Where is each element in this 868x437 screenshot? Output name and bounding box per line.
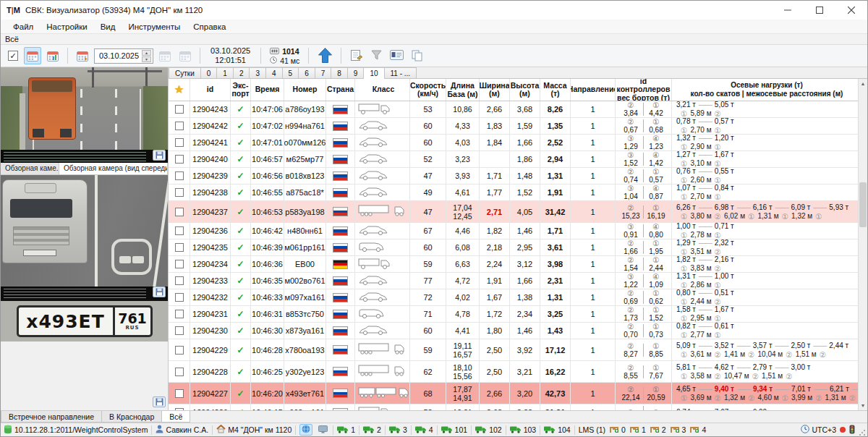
filter-button[interactable] [367, 47, 385, 64]
lms-status[interactable]: LMS (1) [579, 425, 605, 434]
gantry-counter[interactable]: 3 [670, 425, 686, 435]
menu-item-Настройки[interactable]: Настройки [40, 21, 93, 33]
today-button[interactable] [176, 47, 194, 64]
row-checkbox[interactable] [175, 310, 184, 318]
direction-tab[interactable]: В Краснодар [101, 411, 162, 423]
row-checkbox[interactable] [175, 276, 184, 285]
table-row[interactable]: 12904242 ✓ 10:47:02 н994на761 60 4,33 1,… [169, 118, 858, 135]
row-checkbox[interactable] [175, 243, 184, 252]
direction-tab[interactable]: Встречное направление [1, 411, 102, 423]
lane-truck-counter[interactable]: 2 [363, 425, 381, 435]
table-row[interactable]: 12904237 ✓ 10:46:53 р583уа198 47 17,0412… [169, 201, 858, 223]
menu-item-Файл[interactable]: Файл [7, 21, 40, 33]
save-image-button[interactable] [153, 150, 166, 161]
monitor-button[interactable] [316, 424, 329, 436]
lane-truck-counter[interactable]: 102 [475, 425, 502, 435]
column-header[interactable]: Ширина (м) [480, 79, 510, 101]
column-header[interactable]: Высота (м) [510, 79, 540, 101]
globe-user-button[interactable] [299, 424, 312, 436]
gantry-counter[interactable]: 0 [609, 425, 626, 435]
day-tab-10[interactable]: 10 [363, 67, 384, 79]
save-image-button[interactable] [153, 287, 166, 297]
server-address[interactable]: 10.112.28.1:2011/WeightControlSystem [4, 425, 148, 436]
table-row[interactable]: 12904239 ✓ 10:46:56 в018хв123 47 3,93 1,… [169, 168, 858, 184]
row-checkbox[interactable] [175, 138, 184, 147]
column-header[interactable]: Масса (т) [540, 79, 571, 101]
lane-truck-counter[interactable]: 1 [337, 425, 355, 435]
row-checkbox[interactable] [175, 105, 184, 114]
column-header[interactable]: Экс- порт [231, 79, 251, 101]
table-row[interactable]: 12904226 ✓ 10:46:15 у663сн161 58 10,31 2… [169, 404, 858, 410]
close-button[interactable] [835, 1, 867, 20]
upload-button[interactable] [315, 46, 335, 66]
day-tab-9[interactable]: 9 [347, 67, 365, 78]
table-row[interactable]: 12904235 ✓ 10:46:39 м061рр161 60 6,08 2,… [169, 239, 858, 256]
column-header[interactable]: Номер [284, 79, 326, 101]
row-checkbox[interactable] [175, 293, 184, 302]
table-row[interactable]: 12904238 ✓ 10:46:55 а875ас18* 49 4,61 1,… [169, 184, 858, 201]
date-spinner[interactable]: ▲▼ [142, 50, 151, 62]
row-checkbox[interactable] [175, 188, 184, 197]
gantry-counter[interactable]: 4 [689, 425, 706, 435]
report-button[interactable] [347, 47, 365, 64]
table-row[interactable]: 12904231 ✓ 10:46:31 в853тс750 71 4,78 1,… [169, 306, 858, 323]
column-header[interactable]: Класс [355, 79, 410, 101]
table-row[interactable]: 12904240 ✓ 10:46:57 м625мр77 52 3,23 1,8… [169, 151, 858, 168]
maximize-button[interactable] [804, 1, 835, 20]
day-tab-5[interactable]: 5 [282, 67, 299, 78]
row-checkbox[interactable] [175, 155, 184, 164]
day-tab-1[interactable]: 1 [216, 67, 234, 78]
day-tab-4[interactable]: 4 [265, 67, 283, 78]
column-header[interactable]: Осевые нагрузки (т) кол-во скатов | межо… [672, 79, 858, 101]
menu-item-Справка[interactable]: Справка [187, 21, 232, 33]
table-row[interactable]: 12904227 ✓ 10:46:20 х493ет761 68 17,8714… [169, 383, 858, 404]
row-checkbox[interactable] [175, 226, 184, 235]
row-checkbox[interactable] [175, 208, 184, 216]
scrollbar-thumb[interactable] [859, 182, 867, 227]
table-row[interactable]: 12904228 ✓ 10:46:25 у302уе123 62 18,1015… [169, 361, 858, 383]
day-tab-0[interactable]: 0 [200, 67, 218, 78]
table-vertical-scrollbar[interactable]: ▲ ▼ [858, 79, 867, 410]
row-checkbox[interactable] [175, 122, 184, 130]
calendar-chart-button[interactable] [44, 47, 61, 64]
prev-day-button[interactable] [156, 47, 174, 64]
day-tab-7[interactable]: 7 [315, 67, 332, 78]
lane-truck-counter[interactable]: 4 [415, 425, 433, 435]
table-row[interactable]: 12904232 ✓ 10:46:33 м097ха161 72 4,02 1,… [169, 289, 858, 306]
row-checkbox[interactable] [175, 346, 184, 355]
station-name[interactable]: М4 "ДОН" км 1120 [216, 425, 292, 435]
day-tab-6[interactable]: 6 [298, 67, 315, 78]
column-header[interactable]: Время [251, 79, 284, 101]
day-tab-Сутки[interactable]: Сутки [169, 67, 201, 78]
resize-grip[interactable] [859, 429, 866, 436]
lane-truck-counter[interactable]: 101 [441, 425, 468, 435]
scroll-down-arrow[interactable]: ▼ [859, 401, 867, 410]
row-checkbox[interactable] [175, 326, 184, 335]
lane-truck-counter[interactable]: 103 [510, 425, 537, 435]
table-row[interactable]: 12904241 ✓ 10:47:01 о070мм126 60 4,03 1,… [169, 135, 858, 151]
gantry-counter[interactable]: 1 [629, 425, 646, 435]
table-row[interactable]: 12904230 ✓ 10:46:30 х873уа161 60 4,41 1,… [169, 323, 858, 339]
row-checkbox[interactable] [175, 368, 184, 376]
direction-tab[interactable]: Всё [161, 411, 190, 423]
column-header[interactable]: id [190, 79, 231, 101]
save-image-button[interactable] [153, 396, 166, 407]
row-checkbox[interactable] [175, 260, 184, 268]
lane-truck-counter[interactable]: 104 [544, 425, 571, 435]
lane-truck-counter[interactable]: 3 [389, 425, 407, 435]
day-tab-8[interactable]: 8 [331, 67, 348, 78]
day-tab-2[interactable]: 2 [233, 67, 250, 78]
table-row[interactable]: 12904243 ✓ 10:47:06 а786оу193 53 10,86 2… [169, 101, 858, 118]
table-row[interactable]: 12904233 ✓ 10:46:35 м002во761 77 4,72 1,… [169, 273, 858, 289]
row-checkbox[interactable] [175, 171, 184, 180]
menu-item-Инструменты[interactable]: Инструменты [122, 21, 187, 33]
scroll-up-arrow[interactable]: ▲ [859, 79, 867, 88]
calendar-day-button[interactable] [24, 47, 41, 64]
table-row[interactable]: 12904229 ✓ 10:46:28 х780оа193 59 19,1116… [169, 339, 858, 361]
column-header[interactable]: Страна [326, 79, 355, 101]
copy-button[interactable] [408, 47, 425, 64]
date-input[interactable]: 03.10.2025 ▲▼ [94, 48, 153, 64]
column-header[interactable]: Длина База (м) [446, 79, 480, 101]
select-all-checkbox[interactable]: ✓ [8, 51, 18, 61]
calendar-go-button[interactable] [74, 47, 91, 64]
